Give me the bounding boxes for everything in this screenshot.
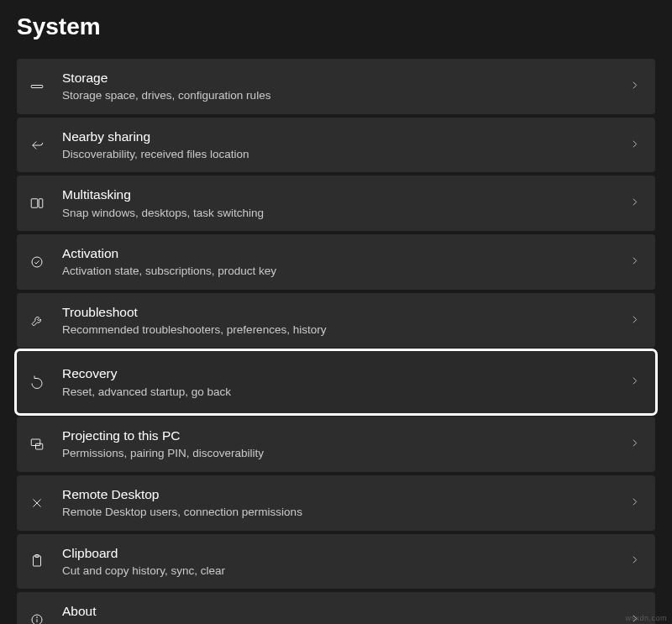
- chevron-right-icon: [629, 79, 640, 94]
- chevron-right-icon: [629, 553, 640, 569]
- settings-item-title: Multitasking: [62, 186, 619, 203]
- settings-item-desc: Permissions, pairing PIN, discoverabilit…: [62, 446, 619, 461]
- wrench-icon: [29, 312, 45, 329]
- check-circle-icon: [29, 254, 45, 270]
- settings-item-about[interactable]: AboutDevice specifications, rename PC, W…: [17, 592, 655, 624]
- settings-item-multitasking[interactable]: MultitaskingSnap windows, desktops, task…: [17, 176, 655, 231]
- settings-item-desc: Storage space, drives, configuration rul…: [62, 88, 619, 103]
- settings-item-title: Clipboard: [62, 545, 619, 562]
- settings-item-text: RecoveryReset, advanced startup, go back: [62, 365, 619, 399]
- settings-item-desc: Cut and copy history, sync, clear: [62, 564, 619, 579]
- svg-rect-0: [31, 85, 43, 87]
- settings-item-activation[interactable]: ActivationActivation state, subscription…: [17, 234, 655, 290]
- storage-icon: [29, 78, 45, 95]
- remote-icon: [29, 495, 45, 511]
- chevron-right-icon: [629, 437, 640, 452]
- settings-item-desc: Discoverability, received files location: [62, 147, 619, 162]
- settings-item-storage[interactable]: StorageStorage space, drives, configurat…: [17, 59, 655, 114]
- chevron-right-icon: [629, 313, 640, 328]
- svg-point-10: [37, 617, 38, 618]
- settings-item-text: ClipboardCut and copy history, sync, cle…: [62, 545, 619, 579]
- settings-item-text: ActivationActivation state, subscription…: [62, 245, 619, 279]
- system-settings-page: System StorageStorage space, drives, con…: [0, 0, 672, 624]
- svg-point-3: [32, 257, 42, 267]
- settings-item-text: AboutDevice specifications, rename PC, W…: [62, 603, 619, 624]
- settings-item-desc: Remote Desktop users, connection permiss…: [62, 505, 619, 520]
- settings-item-nearby-sharing[interactable]: Nearby sharingDiscoverability, received …: [17, 118, 655, 173]
- clipboard-icon: [29, 553, 45, 569]
- recovery-icon: [29, 374, 45, 391]
- settings-item-troubleshoot[interactable]: TroubleshootRecommended troubleshooters,…: [17, 293, 655, 349]
- chevron-right-icon: [629, 496, 640, 511]
- settings-item-title: Nearby sharing: [62, 128, 619, 145]
- settings-item-title: About: [62, 603, 619, 620]
- settings-list: StorageStorage space, drives, configurat…: [17, 59, 655, 624]
- settings-item-text: TroubleshootRecommended troubleshooters,…: [62, 304, 619, 338]
- chevron-right-icon: [629, 138, 640, 153]
- settings-item-desc: Recommended troubleshooters, preferences…: [62, 322, 619, 338]
- chevron-right-icon: [629, 375, 640, 390]
- settings-item-text: StorageStorage space, drives, configurat…: [62, 70, 619, 103]
- chevron-right-icon: [629, 254, 640, 270]
- settings-item-text: Projecting to this PCPermissions, pairin…: [62, 427, 619, 461]
- page-title: System: [17, 13, 655, 40]
- watermark: wsxdn.com: [625, 614, 667, 622]
- svg-rect-1: [31, 199, 38, 208]
- settings-item-title: Troubleshoot: [62, 304, 619, 321]
- project-icon: [29, 436, 45, 453]
- svg-rect-2: [39, 199, 43, 208]
- settings-item-remote-desktop[interactable]: Remote DesktopRemote Desktop users, conn…: [17, 475, 655, 531]
- settings-item-text: Remote DesktopRemote Desktop users, conn…: [62, 486, 619, 520]
- settings-item-projecting-to-this-pc[interactable]: Projecting to this PCPermissions, pairin…: [17, 417, 655, 472]
- settings-item-recovery[interactable]: RecoveryReset, advanced startup, go back: [17, 351, 655, 413]
- settings-item-desc: Activation state, subscriptions, product…: [62, 264, 619, 279]
- settings-item-title: Recovery: [62, 365, 619, 382]
- svg-rect-5: [36, 443, 43, 449]
- info-icon: [29, 611, 45, 624]
- settings-item-title: Projecting to this PC: [62, 427, 619, 444]
- settings-item-desc: Snap windows, desktops, task switching: [62, 206, 619, 221]
- settings-item-desc: Reset, advanced startup, go back: [62, 385, 619, 400]
- settings-item-title: Storage: [62, 70, 619, 87]
- settings-item-clipboard[interactable]: ClipboardCut and copy history, sync, cle…: [17, 534, 655, 590]
- chevron-right-icon: [629, 196, 640, 211]
- settings-item-text: Nearby sharingDiscoverability, received …: [62, 128, 619, 162]
- settings-item-text: MultitaskingSnap windows, desktops, task…: [62, 186, 619, 220]
- settings-item-title: Activation: [62, 245, 619, 262]
- multitask-icon: [29, 195, 45, 212]
- settings-item-title: Remote Desktop: [62, 486, 619, 503]
- share-icon: [29, 137, 45, 154]
